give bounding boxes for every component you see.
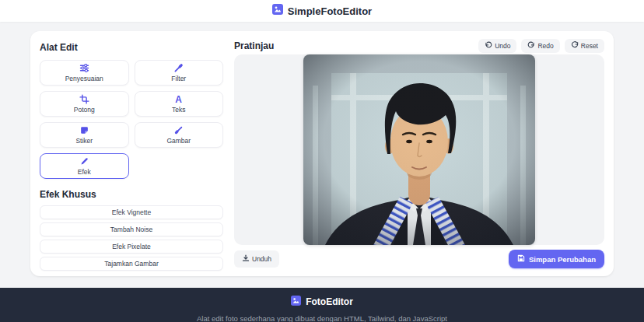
- tools-title: Alat Edit: [40, 42, 223, 53]
- tool-label: Potong: [74, 106, 95, 114]
- effect-noise-button[interactable]: Tambah Noise: [40, 222, 223, 236]
- redo-button[interactable]: Redo: [521, 39, 559, 53]
- page-footer: FotoEditor Alat edit foto sederhana yang…: [0, 288, 644, 322]
- history-actions: Undo Redo Reset: [478, 39, 604, 53]
- tools-panel: Alat Edit Penyesuaian Filter Potong: [40, 40, 223, 267]
- reset-button[interactable]: Reset: [565, 39, 604, 53]
- tool-effects-button[interactable]: Efek: [40, 153, 129, 179]
- effect-pixelate-button[interactable]: Efek Pixelate: [40, 240, 223, 254]
- effect-sharpen-button[interactable]: Tajamkan Gambar: [40, 257, 223, 271]
- editor-card: Alat Edit Penyesuaian Filter Potong: [30, 31, 614, 276]
- crop-icon: [79, 94, 89, 104]
- preview-header: Pratinjau Undo Redo: [234, 40, 604, 51]
- paint-icon: [173, 125, 184, 135]
- effect-vignette-button[interactable]: Efek Vignette: [40, 205, 223, 219]
- tools-grid: Penyesuaian Filter Potong A Teks: [40, 60, 223, 179]
- tool-image-button[interactable]: Gambar: [135, 122, 224, 148]
- redo-icon: [527, 41, 535, 51]
- footer-brand: FotoEditor: [0, 295, 644, 309]
- save-label: Simpan Perubahan: [529, 255, 596, 264]
- reset-icon: [571, 41, 579, 51]
- pencil-icon: [79, 156, 89, 166]
- footer-logo-icon: [291, 295, 301, 309]
- tool-label: Efek: [78, 168, 91, 176]
- download-label: Unduh: [252, 255, 271, 263]
- preview-footer: Unduh Simpan Perubahan: [234, 250, 604, 268]
- tool-label: Teks: [172, 106, 185, 114]
- redo-label: Redo: [537, 42, 553, 50]
- app-header: SimpleFotoEditor: [0, 0, 644, 22]
- reset-label: Reset: [581, 42, 598, 50]
- tool-label: Filter: [171, 75, 186, 82]
- sticker-icon: [79, 125, 89, 135]
- tool-label: Stiker: [75, 137, 93, 145]
- edited-photo: [303, 54, 535, 245]
- tool-filter-button[interactable]: Filter: [135, 60, 224, 86]
- brush-icon: [173, 63, 184, 73]
- tool-text-button[interactable]: A Teks: [135, 91, 224, 117]
- svg-text:A: A: [175, 94, 182, 104]
- tool-sticker-button[interactable]: Stiker: [40, 122, 129, 148]
- tool-label: Gambar: [166, 137, 191, 145]
- text-icon: A: [173, 94, 184, 104]
- sliders-icon: [79, 63, 89, 73]
- tool-adjust-button[interactable]: Penyesuaian: [40, 60, 129, 86]
- preview-title: Pratinjau: [234, 40, 274, 51]
- preview-canvas: [234, 54, 604, 245]
- save-icon: [517, 254, 525, 264]
- app-logo-icon: [272, 4, 283, 18]
- undo-label: Undo: [495, 42, 510, 50]
- tool-crop-button[interactable]: Potong: [40, 91, 129, 117]
- download-icon: [242, 254, 250, 264]
- undo-icon: [485, 41, 492, 51]
- effects-title: Efek Khusus: [40, 189, 223, 200]
- app-title: SimpleFotoEditor: [288, 5, 372, 17]
- undo-button[interactable]: Undo: [478, 39, 516, 53]
- preview-panel: Pratinjau Undo Redo: [234, 40, 604, 267]
- footer-tagline: Alat edit foto sederhana yang dibuat den…: [0, 314, 644, 322]
- save-button[interactable]: Simpan Perubahan: [509, 250, 604, 268]
- tool-label: Penyesuaian: [65, 75, 103, 82]
- download-button[interactable]: Unduh: [234, 250, 279, 268]
- footer-title: FotoEditor: [306, 296, 353, 307]
